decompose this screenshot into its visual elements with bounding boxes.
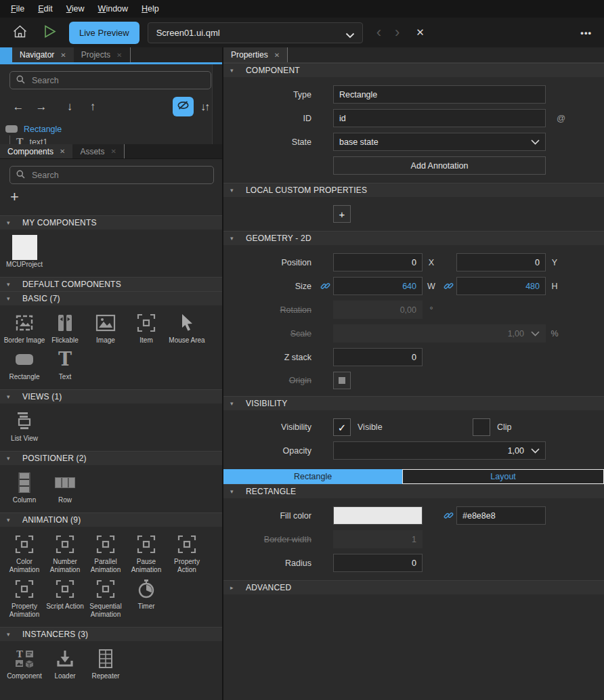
close-icon[interactable]: ✕ [110,148,116,155]
caret-down-icon: ▾ [7,219,14,226]
subtab-rectangle[interactable]: Rectangle [223,469,402,484]
component-item-row[interactable]: Row [45,471,85,504]
component-item-property-action[interactable]: Property Action [167,533,207,574]
component-item-script-action[interactable]: Script Action [45,577,85,619]
tab-projects[interactable]: Projects ✕ [74,47,130,62]
search-icon [16,74,25,87]
visible-checkbox[interactable]: ✓ [333,418,351,436]
link-icon[interactable] [440,281,456,291]
component-item-flickable[interactable]: Flickable [45,311,85,345]
live-preview-button[interactable]: Live Preview [69,22,139,44]
component-item-rectangle[interactable]: Rectangle [4,348,45,381]
component-item-item[interactable]: Item [126,311,167,345]
section-advanced[interactable]: ▸ ADVANCED [223,580,604,594]
state-dropdown[interactable]: base state [333,133,546,151]
component-item-timer[interactable]: Timer [126,577,167,619]
component-item-component[interactable]: TComponent [4,647,45,680]
components-search[interactable] [9,166,214,184]
menu-item-edit[interactable]: Edit [31,1,60,16]
component-item-loader[interactable]: Loader [45,647,85,680]
tab-properties[interactable]: Properties ✕ [223,47,287,62]
tree-item-text1[interactable]: T text1 [0,135,222,144]
size-h-field[interactable]: 480 [456,277,546,295]
run-button[interactable] [38,22,61,43]
section-geometry-2d[interactable]: ▾ GEOMETRY - 2D [223,231,604,245]
zstack-field[interactable]: 0 [333,348,423,366]
size-w-field[interactable]: 640 [333,277,423,295]
component-item-column[interactable]: Column [4,471,45,504]
component-item-mouse-area[interactable]: Mouse Area [167,311,207,345]
forward-button[interactable]: › [395,25,400,40]
link-icon[interactable] [440,510,456,521]
section-default-components[interactable]: ▾DEFAULT COMPONENTS [0,277,222,291]
section-local-custom-properties[interactable]: ▾ LOCAL CUSTOM PROPERTIES [223,183,604,197]
section-visibility[interactable]: ▾ VISIBILITY [223,396,604,410]
section-instancers-3[interactable]: ▾INSTANCERS (3) [0,627,222,641]
subtab-layout[interactable]: Layout [402,469,604,484]
open-file-selector[interactable]: Screen01.ui.qml [148,22,363,43]
component-item-color-animation[interactable]: Color Animation [4,533,45,574]
opacity-field[interactable]: 1,00 [333,441,546,460]
add-module-button[interactable]: + [0,184,222,206]
component-item-sequential-animation[interactable]: Sequential Animation [85,577,126,619]
component-item-text[interactable]: TText [45,348,85,381]
component-item-border-image[interactable]: Border Image [4,311,45,345]
section-component[interactable]: ▾ COMPONENT [223,63,604,77]
component-item-mcuproject[interactable]: MCUProject [4,236,45,269]
component-item-image[interactable]: Image [85,311,126,345]
add-annotation-button[interactable]: Add Annotation [333,156,546,175]
section-animation-9[interactable]: ▾ANIMATION (9) [0,512,222,527]
component-item-repeater[interactable]: Repeater [85,647,126,680]
move-up-button[interactable]: ↑ [81,100,104,114]
component-grid: ColumnRow [0,465,222,512]
move-left-button[interactable]: ← [7,100,30,114]
annotation-at-icon[interactable]: @ [557,113,565,123]
radius-field[interactable]: 0 [333,554,423,572]
section-rectangle[interactable]: ▾ RECTANGLE [223,484,604,498]
tab-separator [287,47,288,62]
home-button[interactable] [8,22,31,43]
close-document-button[interactable]: ✕ [416,26,425,39]
component-item-pause-animation[interactable]: Pause Animation [126,533,167,574]
component-item-list-view[interactable]: List View [4,410,45,443]
navigator-scrollbar[interactable] [212,64,222,144]
reverse-order-button[interactable]: ↓↑ [200,101,209,113]
more-options-button[interactable]: ••• [580,28,592,38]
close-icon[interactable]: ✕ [274,51,280,59]
search-input[interactable] [30,170,207,181]
move-down-button[interactable]: ↓ [58,100,81,114]
clip-checkbox[interactable] [473,418,490,436]
close-icon[interactable]: ✕ [60,51,66,59]
tab-navigator[interactable]: Navigator ✕ [12,47,74,62]
tree-item-rectangle[interactable]: Rectangle [0,123,222,135]
tab-components[interactable]: Components ✕ [0,144,72,158]
position-x-field[interactable]: 0 [333,253,423,271]
link-icon[interactable] [317,281,333,291]
fill-color-hex-field[interactable]: #e8e8e8 [456,506,546,525]
add-property-button[interactable]: + [333,205,351,223]
back-button[interactable]: ‹ [376,25,381,40]
fill-color-swatch[interactable] [333,506,423,525]
position-y-field[interactable]: 0 [456,253,546,271]
toggle-invisible-button[interactable] [173,97,194,116]
menu-item-window[interactable]: Window [91,1,135,16]
component-item-parallel-animation[interactable]: Parallel Animation [85,533,126,574]
section-basic-7[interactable]: ▾BASIC (7) [0,291,222,305]
close-icon[interactable]: ✕ [60,148,65,155]
section-views-1[interactable]: ▾VIEWS (1) [0,389,222,403]
id-field[interactable]: id [333,109,546,127]
menu-item-file[interactable]: File [4,1,31,16]
move-right-button[interactable]: → [30,100,53,114]
component-item-property-animation[interactable]: Property Animation [4,577,45,619]
component-item-number-animation[interactable]: Number Animation [45,533,85,574]
close-icon[interactable]: ✕ [116,51,122,59]
menu-item-help[interactable]: Help [135,1,166,16]
section-positioner-2[interactable]: ▾POSITIONER (2) [0,451,222,465]
navigator-search[interactable] [9,71,211,89]
type-field[interactable]: Rectangle [333,85,546,104]
section-my-components[interactable]: ▾MY COMPONENTS [0,215,222,229]
rotation-label: Rotation [223,305,317,315]
tab-assets[interactable]: Assets ✕ [72,144,123,158]
search-input[interactable] [30,75,204,86]
menu-item-view[interactable]: View [60,1,91,16]
